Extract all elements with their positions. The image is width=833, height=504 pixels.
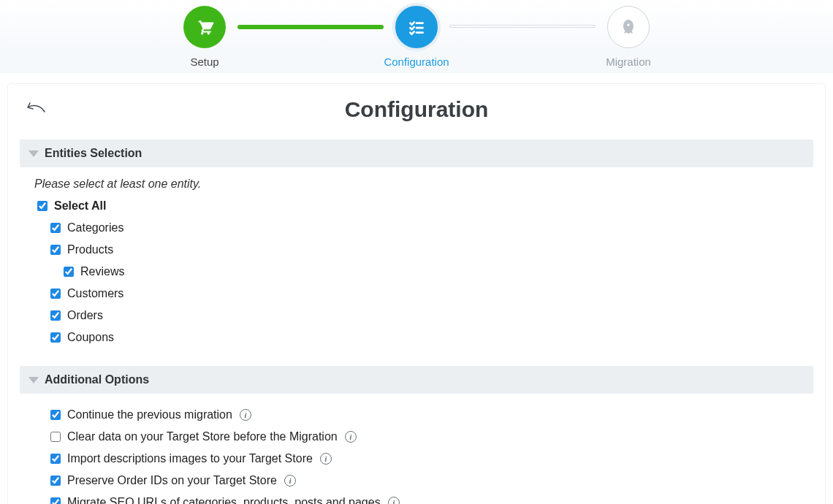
section-entities-title: Entities Selection — [45, 147, 142, 160]
options-list: Continue the previous migrationiClear da… — [34, 404, 813, 504]
svg-point-5 — [627, 23, 629, 26]
step-migration[interactable]: Migration — [596, 6, 661, 68]
section-entities: Entities Selection — [20, 140, 813, 167]
info-icon[interactable]: i — [345, 431, 357, 443]
select-all-row: Select All — [34, 195, 813, 217]
configuration-card: Configuration Entities Selection Please … — [7, 83, 826, 504]
entity-label: Orders — [67, 307, 103, 324]
step-label-setup: Setup — [190, 56, 218, 68]
option-label: Migrate SEO URLs of categories, products… — [67, 494, 381, 504]
entity-label: Customers — [67, 285, 123, 302]
svg-point-1 — [208, 32, 210, 34]
chevron-down-icon — [28, 377, 39, 383]
entity-checkbox[interactable] — [50, 223, 61, 233]
stepper: Setup Configuration Migration — [0, 0, 833, 73]
option-checkbox[interactable] — [50, 476, 61, 486]
section-options-toggle[interactable]: Additional Options — [20, 366, 813, 394]
entity-checkbox[interactable] — [50, 310, 61, 321]
entity-row: Reviews — [34, 261, 813, 283]
entity-label: Reviews — [80, 263, 124, 280]
page-title: Configuration — [8, 97, 825, 122]
step-configuration[interactable]: Configuration — [384, 6, 449, 68]
connector-1 — [237, 25, 384, 29]
option-row: Continue the previous migrationi — [34, 404, 813, 426]
chevron-down-icon — [28, 150, 39, 157]
entity-label: Coupons — [67, 329, 114, 346]
section-options-title: Additional Options — [45, 373, 149, 386]
entity-checkbox[interactable] — [50, 289, 61, 299]
entity-row: Orders — [34, 305, 813, 327]
rocket-icon — [607, 6, 650, 48]
entity-checkbox[interactable] — [64, 267, 74, 277]
select-all-label: Select All — [54, 197, 106, 215]
back-button[interactable] — [23, 99, 47, 121]
entity-row: Customers — [34, 283, 813, 305]
info-icon[interactable]: i — [284, 475, 296, 486]
entity-row: Products — [34, 239, 813, 261]
option-row: Import descriptions images to your Targe… — [34, 448, 813, 470]
entity-row: Coupons — [34, 327, 813, 348]
entity-checkbox[interactable] — [50, 332, 61, 343]
step-label-configuration: Configuration — [384, 56, 449, 68]
option-row: Migrate SEO URLs of categories, products… — [34, 492, 813, 504]
entity-label: Categories — [67, 219, 123, 237]
step-label-migration: Migration — [606, 56, 651, 68]
option-label: Continue the previous migration — [67, 406, 232, 424]
step-setup[interactable]: Setup — [172, 6, 237, 68]
option-label: Preserve Order IDs on your Target Store — [67, 472, 277, 489]
option-row: Preserve Order IDs on your Target Storei — [34, 470, 813, 492]
entity-row: Categories — [34, 217, 813, 239]
info-icon[interactable]: i — [240, 409, 251, 421]
option-row: Clear data on your Target Store before t… — [34, 426, 813, 448]
entity-label: Products — [67, 241, 113, 259]
info-icon[interactable]: i — [388, 497, 400, 504]
entities-list: Select All CategoriesProductsReviewsCust… — [34, 195, 813, 348]
info-icon[interactable]: i — [320, 453, 332, 465]
select-all-checkbox[interactable] — [37, 201, 47, 211]
option-label: Clear data on your Target Store before t… — [67, 428, 338, 446]
list-icon — [392, 3, 441, 51]
connector-2 — [449, 25, 596, 28]
section-entities-toggle[interactable]: Entities Selection — [20, 140, 813, 167]
entity-checkbox[interactable] — [50, 245, 61, 255]
option-checkbox[interactable] — [50, 432, 61, 442]
entities-hint: Please select at least one entity. — [34, 177, 813, 191]
option-label: Import descriptions images to your Targe… — [67, 450, 313, 467]
option-checkbox[interactable] — [50, 454, 61, 464]
cart-icon — [183, 6, 226, 48]
option-checkbox[interactable] — [50, 497, 61, 504]
section-options: Additional Options — [20, 366, 813, 394]
svg-point-0 — [201, 32, 203, 34]
option-checkbox[interactable] — [50, 410, 61, 420]
